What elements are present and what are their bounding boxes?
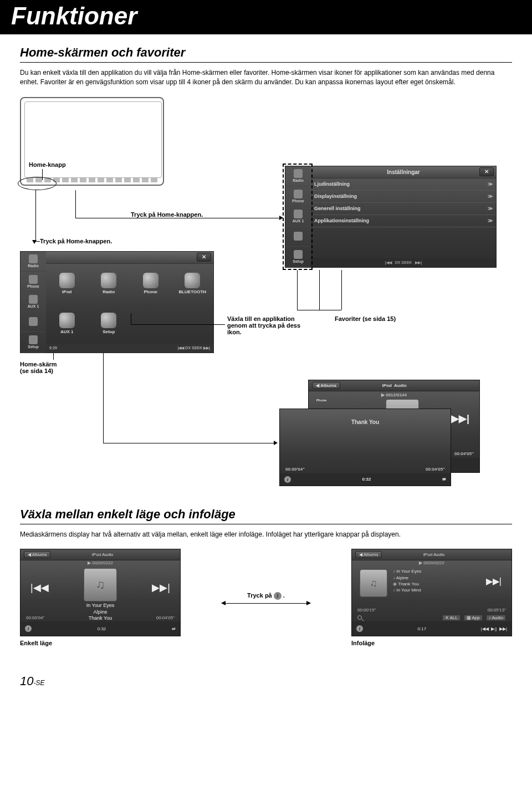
media-topbar: ◀ Albums iPod Audio (309, 380, 479, 391)
mode-label: Audio (394, 383, 407, 388)
back-button[interactable]: ◀ Albums (24, 551, 50, 558)
prev-icon[interactable]: |◀◀ (385, 261, 392, 265)
position-label: 0:32 (98, 626, 106, 631)
back-button[interactable]: ◀ Albums (355, 551, 382, 558)
time-total: 00:04'05" (454, 451, 474, 456)
settings-row[interactable]: Ljudinställning≫ (311, 178, 496, 191)
device-outline (20, 97, 164, 186)
mode-chip[interactable]: ▦ App (464, 615, 483, 621)
list-item: In Your Eyes (396, 569, 421, 574)
radio-icon (101, 273, 116, 288)
home-screenshot: Radio Phone AUX 1 Setup ✕ iPod Radio Pho… (20, 251, 214, 353)
close-button[interactable]: ✕ (479, 167, 494, 176)
press-home-text-2: Tryck på Home-knappen. (131, 211, 203, 218)
next-track-button[interactable]: ▶▶| (451, 412, 469, 425)
lead-line (341, 270, 342, 310)
info-mode-card: ◀ Albums iPod Audio ▶ 0020/0222 ♫ ♪ In Y… (351, 549, 512, 636)
list-item: Alpine (396, 575, 408, 580)
settings-row[interactable]: Applikationsinställning≫ (311, 215, 496, 227)
sidebar-item[interactable]: Phone (21, 272, 46, 292)
arrow-right-icon (274, 441, 278, 445)
app-label: AUX 1 (60, 329, 74, 334)
source-label: iPod (423, 552, 432, 557)
back-label: Albums (32, 552, 47, 557)
settings-row[interactable]: Generell inställning≫ (311, 203, 496, 215)
app-icon[interactable]: Setup (88, 304, 130, 344)
ipod-icon (59, 273, 75, 288)
app-label: iPod (62, 289, 71, 294)
info-icon[interactable]: i (25, 625, 32, 632)
clock-label: 0:29 (49, 346, 57, 350)
mode-label: Audio (102, 552, 113, 557)
lead-line (131, 324, 225, 325)
back-button[interactable]: ◀ Albums (312, 382, 340, 389)
app-label: Setup (103, 329, 115, 334)
sidebar-item[interactable] (21, 312, 46, 332)
sidebar-label: Setup (28, 345, 38, 349)
timeline: 00:00'15" 00:05'13" (357, 608, 506, 613)
lead-line (53, 353, 54, 360)
prev-track-button[interactable]: |◀◀ (30, 581, 49, 594)
app-icon[interactable]: AUX 1 (46, 304, 88, 344)
prev-icon[interactable]: |◀◀ (177, 346, 184, 350)
next-track-button[interactable]: ▶▶| (486, 576, 502, 586)
sidebar-item[interactable]: Radio (21, 252, 46, 272)
sidebar-item[interactable]: Setup (21, 332, 46, 352)
next-icon[interactable]: ▶▶| (415, 261, 422, 265)
info-icon: i (274, 592, 282, 600)
next-track-button[interactable]: ▶▶| (152, 581, 170, 594)
search-icon[interactable] (357, 615, 362, 620)
app-icon[interactable]: iPod (46, 264, 88, 304)
back-label: Albums (364, 552, 378, 557)
next-icon[interactable]: ▶▶| (499, 626, 507, 631)
home-titlebar: ✕ (46, 252, 213, 264)
info-icon[interactable]: i (284, 476, 291, 483)
app-icon[interactable]: Phone (130, 264, 172, 304)
list-item: In Your Mind (396, 588, 421, 593)
prev-icon[interactable]: |◀◀ (481, 626, 489, 631)
mode-chip[interactable]: ✕ ALL (442, 615, 461, 621)
shuffle-icon[interactable]: ⇄ (172, 626, 176, 631)
lead-line (103, 443, 275, 443)
chevron-right-icon: ≫ (488, 181, 493, 187)
app-icon-empty (130, 304, 172, 344)
info-icon[interactable]: i (356, 625, 363, 632)
sidebar-label: Phone (27, 284, 39, 288)
sidebar-item[interactable]: AUX 1 (21, 292, 46, 312)
track-counter: ▶ 0020/0222 (352, 560, 511, 565)
close-icon: ✕ (484, 169, 489, 175)
settings-row-label: Displayinställning (314, 193, 357, 199)
album-art: ♫ (360, 569, 387, 597)
app-icon-grid: iPod Radio Phone BLUETOOTH AUX 1 Setup (46, 264, 213, 344)
home-button-label: Home-knapp (29, 161, 66, 168)
mode-chip[interactable]: ♪ Audio (486, 615, 506, 621)
close-button[interactable]: ✕ (197, 253, 211, 262)
app-icon[interactable]: Radio (88, 264, 130, 304)
lead-line (75, 190, 76, 218)
mode-toggle-row: ◀ Albums iPod Audio ▶ 0020/0222 ♫ |◀◀ ▶▶… (20, 549, 512, 646)
setup-icon (29, 335, 38, 344)
page-number-suffix: -SE (33, 679, 44, 687)
track-list: ♪ In Your Eyes ♪ Alpine ◉ Thank You ♪ In… (393, 568, 421, 593)
home-screen-label-l2: (se sida 14) (20, 368, 53, 374)
settings-title: Inställningar (387, 169, 420, 175)
lead-line (42, 169, 43, 180)
press-home-text-1: Tryck på Home-knappen. (40, 238, 112, 244)
pause-icon[interactable]: ▶|| (491, 626, 497, 631)
position-label: 0:32 (362, 477, 371, 482)
track-title-large: Thank You (280, 419, 451, 425)
next-icon[interactable]: ▶▶| (203, 346, 210, 350)
simple-mode-block: ◀ Albums iPod Audio ▶ 0020/0222 ♫ |◀◀ ▶▶… (20, 549, 181, 646)
close-icon: ✕ (202, 254, 206, 260)
app-icon[interactable]: BLUETOOTH (172, 264, 214, 304)
media-topbar: ◀ Albums iPod Audio (352, 549, 511, 560)
radio-icon (29, 254, 38, 263)
sidebar-item[interactable]: Phone (311, 392, 332, 409)
lead-line (319, 270, 320, 310)
mode-label: Audio (433, 552, 444, 557)
toggle-indicator: Tryck på i . (192, 592, 340, 604)
shuffle-icon[interactable]: ⇄ (442, 477, 446, 482)
home-sidebar: Radio Phone AUX 1 Setup (21, 252, 46, 353)
timeline: 00:00'04"00:04'05" (280, 466, 451, 473)
settings-row[interactable]: Displayinställning≫ (311, 191, 496, 203)
